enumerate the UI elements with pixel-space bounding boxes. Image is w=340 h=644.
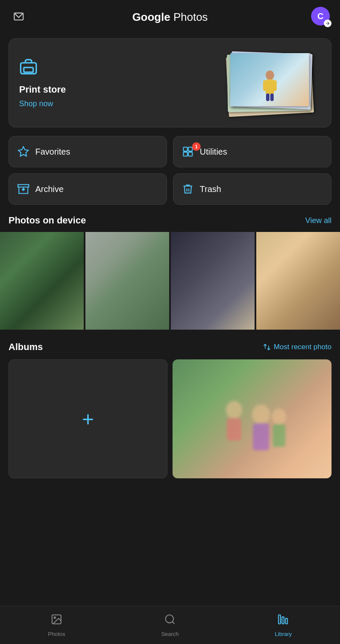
svg-rect-9 bbox=[270, 93, 274, 101]
photos-strip bbox=[0, 232, 340, 330]
svg-rect-28 bbox=[282, 617, 284, 624]
shop-now-link[interactable]: Shop now bbox=[19, 99, 66, 108]
albums-sort-button[interactable]: Most recent photo bbox=[263, 343, 332, 351]
favorites-button[interactable]: Favorites bbox=[8, 136, 167, 167]
svg-rect-11 bbox=[184, 147, 187, 151]
print-store-title: Print store bbox=[19, 84, 66, 95]
svg-rect-8 bbox=[266, 93, 269, 101]
trash-label: Trash bbox=[200, 184, 221, 194]
archive-button[interactable]: Archive bbox=[8, 173, 167, 205]
svg-rect-3 bbox=[24, 68, 33, 72]
message-button[interactable] bbox=[8, 7, 29, 27]
svg-rect-15 bbox=[18, 185, 29, 187]
svg-rect-12 bbox=[184, 152, 187, 156]
add-album-button[interactable]: + bbox=[8, 359, 167, 478]
svg-rect-5 bbox=[266, 79, 274, 94]
search-nav-icon bbox=[164, 613, 176, 628]
svg-line-26 bbox=[172, 621, 174, 624]
photo-dark bbox=[171, 232, 255, 330]
photo-thumb-1[interactable] bbox=[0, 232, 84, 330]
bottom-nav: Photos Search Library bbox=[0, 606, 340, 644]
svg-marker-10 bbox=[18, 147, 28, 156]
utilities-badge: 1 bbox=[192, 142, 201, 151]
library-nav-icon bbox=[278, 613, 289, 628]
photo-green bbox=[0, 232, 84, 330]
user-avatar[interactable]: C bbox=[311, 7, 332, 27]
view-all-button[interactable]: View all bbox=[305, 216, 332, 225]
svg-rect-13 bbox=[188, 147, 192, 151]
star-icon bbox=[17, 146, 29, 158]
nav-search[interactable]: Search bbox=[113, 609, 227, 641]
header: Google Photos C bbox=[0, 0, 340, 34]
print-store-image bbox=[219, 49, 321, 117]
svg-point-25 bbox=[166, 615, 174, 623]
albums-header: Albums Most recent photo bbox=[8, 342, 332, 353]
svg-rect-20 bbox=[253, 424, 269, 451]
albums-sort-label: Most recent photo bbox=[274, 343, 332, 351]
albums-title: Albums bbox=[8, 342, 43, 353]
nav-photos[interactable]: Photos bbox=[0, 609, 113, 641]
photo-thumb-3[interactable] bbox=[171, 232, 255, 330]
utilities-button[interactable]: Utilities 1 bbox=[173, 136, 332, 167]
album-photo bbox=[173, 359, 332, 478]
favorites-label: Favorites bbox=[35, 147, 70, 157]
albums-section: Albums Most recent photo + bbox=[0, 342, 340, 478]
svg-rect-18 bbox=[227, 418, 241, 441]
svg-point-4 bbox=[266, 71, 274, 80]
utilities-label: Utilities bbox=[200, 147, 227, 157]
print-store-card[interactable]: Print store Shop now bbox=[8, 38, 332, 127]
svg-rect-29 bbox=[285, 618, 287, 624]
album-photo-card[interactable] bbox=[173, 359, 332, 478]
svg-rect-6 bbox=[263, 80, 266, 91]
trash-icon bbox=[182, 183, 194, 195]
trash-button[interactable]: Trash bbox=[173, 173, 332, 205]
utility-grid: Favorites Utilities 1 Archive bbox=[8, 136, 332, 205]
svg-rect-27 bbox=[278, 615, 280, 624]
svg-rect-14 bbox=[188, 152, 192, 156]
print-store-info: Print store Shop now bbox=[19, 57, 66, 108]
photo-gray-green bbox=[85, 232, 169, 330]
book-cover bbox=[230, 53, 309, 106]
svg-point-17 bbox=[226, 401, 242, 419]
photo-thumb-4[interactable] bbox=[256, 232, 340, 330]
photo-warm bbox=[256, 232, 340, 330]
nav-photos-label: Photos bbox=[48, 631, 65, 637]
svg-rect-22 bbox=[273, 424, 286, 447]
photo-thumb-2[interactable] bbox=[85, 232, 169, 330]
app-title: Google Photos bbox=[132, 11, 208, 24]
book-cover-image bbox=[230, 53, 309, 106]
svg-rect-7 bbox=[273, 80, 277, 91]
nav-library[interactable]: Library bbox=[227, 609, 340, 641]
nav-library-label: Library bbox=[275, 631, 292, 637]
svg-point-19 bbox=[252, 404, 270, 424]
print-store-icon bbox=[19, 57, 66, 80]
add-icon: + bbox=[82, 407, 94, 431]
nav-search-label: Search bbox=[161, 631, 178, 637]
albums-grid: + bbox=[8, 359, 332, 478]
archive-icon bbox=[17, 183, 29, 195]
photos-nav-icon bbox=[51, 613, 62, 628]
svg-point-21 bbox=[272, 409, 286, 425]
svg-point-24 bbox=[54, 617, 56, 619]
photos-on-device-title: Photos on device bbox=[8, 215, 86, 226]
archive-label: Archive bbox=[35, 184, 64, 194]
photos-on-device-header: Photos on device View all bbox=[0, 215, 340, 232]
